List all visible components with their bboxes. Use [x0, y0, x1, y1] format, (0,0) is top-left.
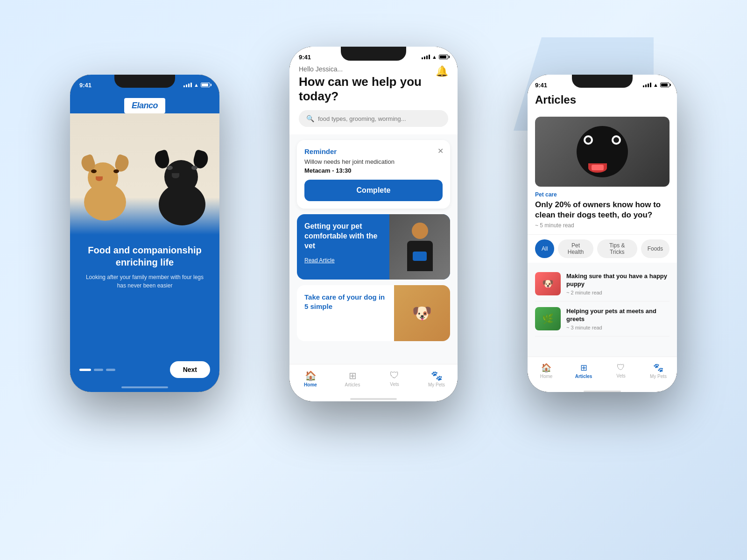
nav-home[interactable]: 🏠 Home [289, 368, 331, 389]
left-phone-subtitle: Looking after your family member with fo… [81, 273, 208, 290]
center-status-icons: ▲ [422, 54, 448, 60]
dog-card-title: Take care of your dog in 5 simple [304, 293, 387, 311]
search-input[interactable] [318, 115, 441, 122]
search-bar[interactable]: 🔍 [299, 110, 448, 127]
dot-3 [106, 369, 115, 371]
nav-vets[interactable]: 🛡 Vets [374, 368, 416, 389]
right-nav-vets[interactable]: 🛡 Vets [602, 361, 640, 381]
articles-page-title: Articles [535, 93, 669, 106]
nav-my-pets-label: My Pets [428, 382, 445, 387]
right-articles-icon: ⊞ [580, 363, 587, 373]
right-bottom-nav: 🏠 Home ⊞ Articles 🛡 Vets 🐾 My Pets [528, 357, 677, 390]
reminder-title: Reminder [304, 147, 443, 155]
reminder-card: ✕ Reminder Willow needs her joint medica… [297, 140, 450, 209]
articles-icon: ⊞ [349, 370, 357, 381]
right-vets-icon: 🛡 [617, 363, 625, 372]
logo-area: Elanco [70, 93, 219, 113]
article-thumb-2: 🌿 [535, 307, 561, 330]
vet-article-card[interactable]: Getting your pet comfortable with the ve… [297, 214, 450, 280]
article-item-2[interactable]: 🌿 Helping your pets at meets and greets … [535, 301, 669, 336]
right-nav-vets-label: Vets [616, 373, 625, 378]
article-title-2: Helping your pets at meets and greets [566, 308, 669, 323]
left-status-icons: ▲ [183, 82, 210, 88]
puppy-black [159, 165, 205, 225]
my-pets-icon: 🐾 [431, 370, 443, 381]
right-my-pets-icon: 🐾 [653, 363, 663, 373]
featured-article-title: Only 20% of owners know how to clean the… [535, 200, 669, 220]
vet-card-title: Getting your pet comfortable with the ve… [304, 222, 382, 251]
filter-foods[interactable]: Foods [641, 239, 669, 258]
vet-card-image [389, 214, 450, 280]
vets-icon: 🛡 [390, 370, 399, 381]
article-info-2: Helping your pets at meets and greets ~ … [566, 308, 669, 330]
filter-tips-tricks[interactable]: Tips & Tricks [597, 239, 637, 258]
center-home-indicator [350, 398, 397, 400]
nav-home-label: Home [304, 382, 317, 387]
right-signal-icon [643, 83, 651, 87]
right-nav-my-pets[interactable]: 🐾 My Pets [640, 361, 677, 381]
reminder-close-button[interactable]: ✕ [437, 147, 444, 155]
right-nav-articles[interactable]: ⊞ Articles [565, 361, 602, 381]
center-main-content: ✕ Reminder Willow needs her joint medica… [289, 134, 458, 364]
article-info-1: Making sure that you have a happy puppy … [566, 273, 669, 295]
filter-pet-health[interactable]: Pet Health [558, 239, 593, 258]
dog-article-card[interactable]: Take care of your dog in 5 simple 🐶 [297, 285, 450, 341]
pet-care-tag: Pet care [535, 191, 669, 198]
filter-all[interactable]: All [535, 239, 554, 258]
phone-right-notch [572, 75, 633, 88]
article-read-time-2: ~ 3 minute read [566, 325, 669, 330]
right-status-icons: ▲ [643, 82, 669, 88]
phone-left-notch [114, 75, 175, 88]
puppy-yellow [84, 165, 126, 221]
right-screen-content: 9:41 ▲ [528, 75, 677, 392]
reminder-description: Willow needs her joint medication [304, 158, 443, 165]
nav-articles-label: Articles [345, 382, 360, 387]
dog-face-sim [572, 121, 633, 182]
battery-icon [201, 83, 210, 87]
elanco-logo: Elanco [124, 98, 165, 113]
phone-center-screen: 9:41 ▲ [289, 47, 458, 401]
complete-button[interactable]: Complete [304, 180, 443, 201]
nav-vets-label: Vets [390, 382, 399, 387]
signal-icon [183, 83, 192, 87]
filter-tabs: All Pet Health Tips & Tricks Foods [528, 234, 677, 263]
featured-article: Pet care Only 20% of owners know how to … [528, 191, 677, 234]
left-bottom-controls: Next [70, 361, 219, 378]
notification-bell-icon[interactable]: 🔔 [436, 65, 448, 77]
article-list: 🐶 Making sure that you have a happy pupp… [528, 263, 677, 357]
dog-card-text: Take care of your dog in 5 simple [297, 285, 394, 341]
right-nav-home[interactable]: 🏠 Home [528, 361, 565, 381]
right-home-icon: 🏠 [541, 363, 551, 373]
left-text-area: Food and companionship enriching life Lo… [70, 235, 219, 299]
center-signal-icon [422, 55, 430, 59]
left-status-time: 9:41 [79, 82, 92, 89]
read-article-link[interactable]: Read Article [304, 257, 335, 264]
center-wifi-icon: ▲ [432, 54, 437, 60]
dog-hero-image [535, 117, 669, 187]
right-home-indicator [584, 391, 621, 392]
right-nav-articles-label: Articles [575, 374, 592, 379]
center-home-indicator-area [289, 399, 458, 401]
nav-articles[interactable]: ⊞ Articles [331, 368, 374, 389]
phone-left-screen: 9:41 ▲ [70, 75, 219, 392]
right-nav-my-pets-label: My Pets [650, 374, 667, 379]
right-status-time: 9:41 [535, 82, 547, 89]
main-heading: How can we help you today? [299, 75, 422, 104]
nav-my-pets[interactable]: 🐾 My Pets [416, 368, 458, 389]
right-home-indicator-area [528, 390, 677, 392]
right-wifi-icon: ▲ [653, 82, 658, 88]
article-item-1[interactable]: 🐶 Making sure that you have a happy pupp… [535, 266, 669, 301]
dot-2 [94, 369, 103, 371]
center-battery-icon [439, 55, 448, 59]
wifi-icon: ▲ [194, 82, 199, 88]
phone-center-notch [341, 47, 406, 61]
phone-right-screen: 9:41 ▲ [528, 75, 677, 392]
center-screen-content: 9:41 ▲ [289, 47, 458, 401]
next-button[interactable]: Next [170, 361, 210, 378]
vet-image-sim [389, 214, 450, 280]
phone-right: 9:41 ▲ [528, 75, 677, 392]
center-status-time: 9:41 [299, 54, 311, 61]
dogs-image [70, 113, 219, 235]
center-bottom-nav: 🏠 Home ⊞ Articles 🛡 Vets 🐾 My Pets [289, 364, 458, 399]
greeting-text: Hello Jessica... [299, 65, 422, 73]
